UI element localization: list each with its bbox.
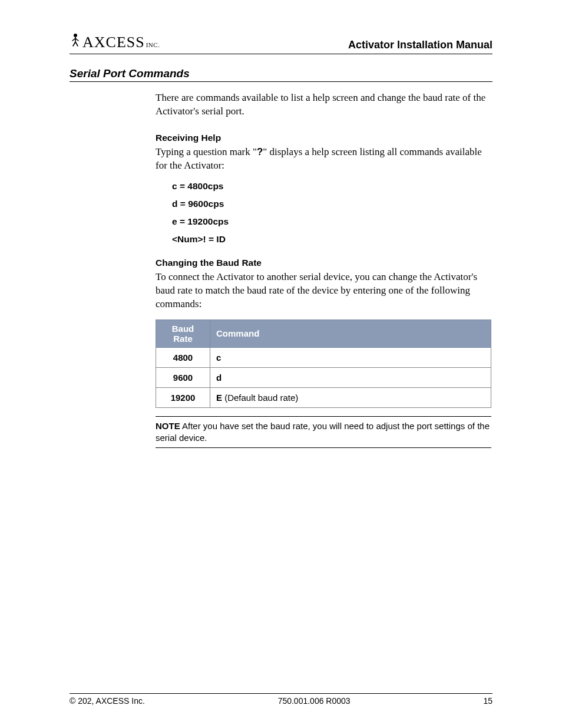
footer-copyright: © 202, AXCESS Inc. [70,696,145,706]
section-heading: Serial Port Commands [70,67,492,82]
logo-text: AXCESS [82,34,145,51]
logo-inc: INC. [146,41,160,48]
note-label: NOTE [156,421,180,431]
command-cell: E (Default baud rate) [210,387,491,407]
page-root: AXCESS INC. Activator Installation Manua… [0,0,562,728]
help-text: Typing a question mark "?" displays a he… [156,146,491,173]
help-item: <Num>! = ID [172,234,491,245]
command-cell: c [210,347,491,367]
table-row: 9600 d [156,367,491,387]
body-column: There are commands available to list a h… [156,91,491,448]
cmd-letter: E [216,393,222,403]
baud-rate-table: Baud Rate Command 4800 c 9600 d 19200 E … [156,319,491,408]
baud-text: To connect the Activator to another seri… [156,271,491,311]
table-header-row: Baud Rate Command [156,319,491,347]
command-cell: d [210,367,491,387]
question-mark-bold: ? [257,146,263,157]
help-item: c = 4800cps [172,181,491,192]
intro-paragraph: There are commands available to list a h… [156,91,491,118]
table-row: 4800 c [156,347,491,367]
page-header: AXCESS INC. Activator Installation Manua… [70,33,492,54]
note-text: After you have set the baud rate, you wi… [156,421,490,443]
help-command-list: c = 4800cps d = 9600cps e = 19200cps <Nu… [172,181,491,245]
help-item: e = 19200cps [172,216,491,227]
person-icon [70,33,81,50]
footer-docnum: 750.001.006 R0003 [278,696,351,706]
help-text-pre: Typing a question mark " [156,146,257,157]
table-row: 19200 E (Default baud rate) [156,387,491,407]
manual-title: Activator Installation Manual [348,39,492,51]
page-footer: © 202, AXCESS Inc. 750.001.006 R0003 15 [70,693,492,706]
cmd-suffix: (Default baud rate) [222,393,298,403]
col-header-command: Command [210,319,491,347]
cmd-letter: c [216,353,221,363]
rate-cell: 19200 [156,387,210,407]
col-header-rate: Baud Rate [156,319,210,347]
svg-point-0 [74,34,77,37]
help-item: d = 9600cps [172,199,491,209]
footer-pagenum: 15 [483,696,492,706]
note-block: NOTE After you have set the baud rate, y… [156,416,491,449]
rate-cell: 4800 [156,347,210,367]
rate-cell: 9600 [156,367,210,387]
brand-logo: AXCESS INC. [70,33,160,51]
baud-subhead: Changing the Baud Rate [156,258,491,268]
cmd-letter: d [216,373,222,383]
help-subhead: Receiving Help [156,133,491,143]
